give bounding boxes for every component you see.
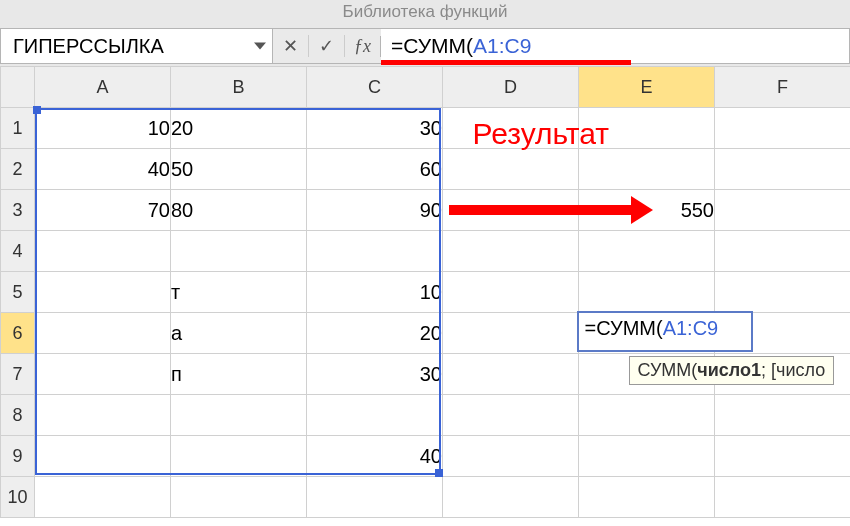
cell-A7[interactable] <box>35 354 171 395</box>
cell-F8[interactable] <box>715 395 851 436</box>
row-header-9[interactable]: 9 <box>1 436 35 477</box>
cell-E2[interactable] <box>579 149 715 190</box>
cell-A6[interactable] <box>35 313 171 354</box>
name-box-value: ГИПЕРССЫЛКА <box>13 35 164 58</box>
cell-E3[interactable]: 550 <box>579 190 715 231</box>
cell-F3[interactable] <box>715 190 851 231</box>
cell-D9[interactable] <box>443 436 579 477</box>
column-header-C[interactable]: C <box>307 67 443 108</box>
cell-E4[interactable] <box>579 231 715 272</box>
row-header-6[interactable]: 6 <box>1 313 35 354</box>
column-header-D[interactable]: D <box>443 67 579 108</box>
cell-C5[interactable]: 10 <box>307 272 443 313</box>
cell-B9[interactable] <box>171 436 307 477</box>
cell-B8[interactable] <box>171 395 307 436</box>
column-header-A[interactable]: A <box>35 67 171 108</box>
formula-text-ref: A1:C9 <box>473 34 531 58</box>
enter-button[interactable]: ✓ <box>309 35 345 57</box>
cell-A2[interactable]: 40 <box>35 149 171 190</box>
column-header-B[interactable]: B <box>171 67 307 108</box>
spreadsheet-grid[interactable]: ABCDEF11020302405060370809055045т106а207… <box>0 66 850 526</box>
cell-B3[interactable]: 80 <box>171 190 307 231</box>
cell-A5[interactable] <box>35 272 171 313</box>
cell-C8[interactable] <box>307 395 443 436</box>
formula-bar: ГИПЕРССЫЛКА ✕ ✓ ƒx =СУММ(A1:C9 <box>0 28 850 64</box>
row-header-5[interactable]: 5 <box>1 272 35 313</box>
cell-B5[interactable]: т <box>171 272 307 313</box>
cell-E5[interactable] <box>579 272 715 313</box>
row-header-3[interactable]: 3 <box>1 190 35 231</box>
row-header-1[interactable]: 1 <box>1 108 35 149</box>
cell-C1[interactable]: 30 <box>307 108 443 149</box>
cell-F4[interactable] <box>715 231 851 272</box>
cell-A9[interactable] <box>35 436 171 477</box>
cell-F5[interactable] <box>715 272 851 313</box>
cell-E9[interactable] <box>579 436 715 477</box>
editing-prefix: =СУММ( <box>585 317 663 339</box>
editing-cell[interactable]: =СУММ(A1:C9 <box>577 311 753 352</box>
formula-bar-buttons: ✕ ✓ ƒx <box>273 29 381 63</box>
cell-C4[interactable] <box>307 231 443 272</box>
cell-E1[interactable] <box>579 108 715 149</box>
cancel-button[interactable]: ✕ <box>273 35 309 57</box>
cell-B7[interactable]: п <box>171 354 307 395</box>
row-header-10[interactable]: 10 <box>1 477 35 518</box>
fx-icon: ƒx <box>354 36 371 57</box>
cell-C3[interactable]: 90 <box>307 190 443 231</box>
select-all-corner[interactable] <box>1 67 35 108</box>
row-header-7[interactable]: 7 <box>1 354 35 395</box>
cell-A4[interactable] <box>35 231 171 272</box>
cell-F10[interactable] <box>715 477 851 518</box>
cell-D10[interactable] <box>443 477 579 518</box>
cell-A8[interactable] <box>35 395 171 436</box>
cell-D6[interactable] <box>443 313 579 354</box>
column-header-E[interactable]: E <box>579 67 715 108</box>
name-box[interactable]: ГИПЕРССЫЛКА <box>1 29 273 63</box>
cell-C6[interactable]: 20 <box>307 313 443 354</box>
editing-ref: A1:C9 <box>663 317 719 339</box>
formula-text-prefix: =СУММ( <box>391 34 473 58</box>
row-header-2[interactable]: 2 <box>1 149 35 190</box>
close-icon: ✕ <box>283 35 298 57</box>
cell-A1[interactable]: 10 <box>35 108 171 149</box>
cell-D3[interactable] <box>443 190 579 231</box>
cell-B1[interactable]: 20 <box>171 108 307 149</box>
cell-D5[interactable] <box>443 272 579 313</box>
cell-A10[interactable] <box>35 477 171 518</box>
column-header-F[interactable]: F <box>715 67 851 108</box>
cell-E8[interactable] <box>579 395 715 436</box>
cell-F9[interactable] <box>715 436 851 477</box>
cell-A3[interactable]: 70 <box>35 190 171 231</box>
cell-D4[interactable] <box>443 231 579 272</box>
cell-E10[interactable] <box>579 477 715 518</box>
row-header-4[interactable]: 4 <box>1 231 35 272</box>
insert-function-button[interactable]: ƒx <box>345 36 381 57</box>
cell-D8[interactable] <box>443 395 579 436</box>
cell-D2[interactable] <box>443 149 579 190</box>
cell-F2[interactable] <box>715 149 851 190</box>
cell-C2[interactable]: 60 <box>307 149 443 190</box>
annotation-underline <box>381 60 631 65</box>
cell-C7[interactable]: 30 <box>307 354 443 395</box>
cell-C9[interactable]: 40 <box>307 436 443 477</box>
chevron-down-icon[interactable] <box>254 43 266 50</box>
formula-input[interactable]: =СУММ(A1:C9 <box>381 29 849 63</box>
check-icon: ✓ <box>319 35 334 57</box>
cell-F1[interactable] <box>715 108 851 149</box>
cell-C10[interactable] <box>307 477 443 518</box>
ribbon-tab-library: Библиотека функций <box>0 2 850 22</box>
cell-B10[interactable] <box>171 477 307 518</box>
row-header-8[interactable]: 8 <box>1 395 35 436</box>
function-tooltip: СУММ(число1; [число <box>629 356 835 385</box>
cell-B2[interactable]: 50 <box>171 149 307 190</box>
cell-D1[interactable] <box>443 108 579 149</box>
cell-B4[interactable] <box>171 231 307 272</box>
cell-D7[interactable] <box>443 354 579 395</box>
cell-B6[interactable]: а <box>171 313 307 354</box>
